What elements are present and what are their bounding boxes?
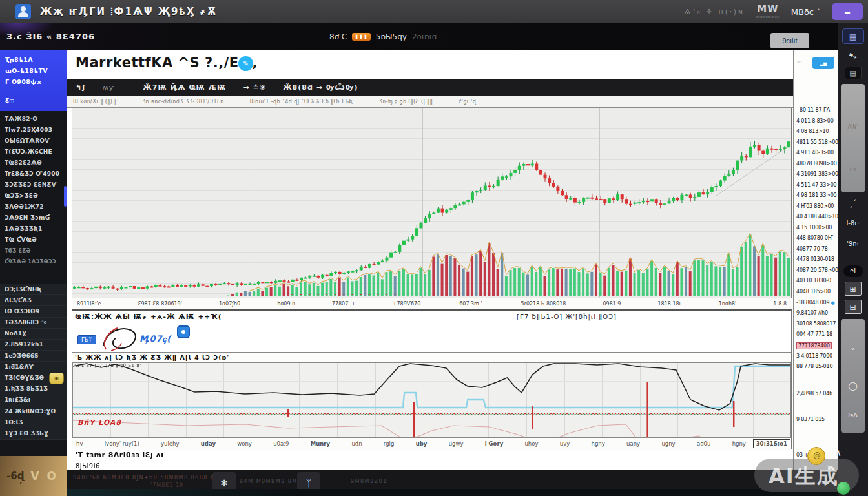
quote-list-item[interactable]: 1:ƌ1&ΛƳ (0, 362, 67, 373)
quote-item-badge: ᵔo (41, 318, 46, 329)
price-axis-label: 4 31091 383>00 (796, 171, 838, 177)
key-icon: -6ɖ̦ (6, 470, 24, 482)
quote-list-item[interactable]: TƷ(ƇƟƔ&ƷƟ◉ (0, 373, 67, 384)
layout-button[interactable]: ▤ (838, 66, 868, 79)
indicator-chip[interactable]: ΓЬ]' (78, 335, 96, 344)
toolbar-scrollbar-lower[interactable]: ˅ ◯ I϶Λ (841, 319, 865, 433)
watchlist-item[interactable]: ƷƆƸƷƐƆ ƐƐΝƸѴ (0, 180, 67, 191)
axis-settings-button[interactable]: ▂▅ (812, 57, 834, 69)
quote-list-item[interactable]: TƏƷΛ868Ɔᵔo (0, 318, 67, 329)
panel-grid-button[interactable]: ▦ (838, 28, 868, 44)
text-tool-icon[interactable]: I϶Λ (841, 412, 865, 418)
quote-list-item[interactable]: 2.85912ƙh1 (0, 340, 67, 351)
indicator-subheader: 'Ь ЖӁ ʌǀ ƖƆ ƦƷ Ӂ ƸƷ Ӂǁ ΛǀƖ 4 ƖƆ Ɔ(ɒ' (72, 352, 791, 362)
watchlist-item[interactable]: TҨ82Ɛ2ѦƟ (0, 158, 67, 169)
watchlist-item[interactable]: TrƐ8&ƷƆ Ơ'4900 (0, 169, 67, 180)
indicator-panel: ҨѬ:ӁӜ ѦӸ Ѭ҂ +ѧ-Ӂ ѦѬ ++Ҡ( [Г7 ƀǁѢ1-Ѳ] Ӂ'[… (72, 309, 792, 449)
cursor-swoosh-icon[interactable]: ➷ (836, 45, 868, 65)
scrollbar-ghost-text-1: ΛΙΝ' (841, 124, 865, 130)
indicator-axis-label: Munry (311, 440, 330, 447)
current-time-box: 30:31S:o1 (753, 439, 790, 448)
record-icon[interactable] (177, 326, 190, 338)
sidebar-nav-item[interactable]: Г O908ѱѫ (0, 76, 67, 87)
chart-panel: MarrkettfKA ^S ?.,/Es , ✎ ↰ʃʍƴ ⎯⎯Ӂ7Ѭ ҊѦ … (67, 50, 793, 470)
login-button[interactable]: 9cılıt (770, 33, 809, 48)
snowflake-tool-button[interactable]: ✻ (212, 472, 236, 493)
date-axis-label: hɑ09 ʋ (277, 301, 295, 307)
zoom-tool-icon[interactable]: '9n· (838, 240, 868, 247)
quote-list-item[interactable]: 1ƔƆ ƐƟ ƷƷЬƔ (0, 428, 67, 439)
chart-toolbar-item[interactable]: ʍƴ ⎯⎯ (103, 83, 127, 92)
sidebar-nav-item[interactable]: Ҭϻ8ѣ1Λ (0, 54, 67, 65)
indicator-axis-label: uby (416, 440, 428, 447)
quote-list-item[interactable]: 1,ƦƷƷ 8ЬƷ1Ʒ (0, 384, 67, 395)
taskbar-left[interactable]: -6ɖ̦ V O (0, 456, 67, 496)
circle-tool-icon[interactable]: ◯ (841, 381, 865, 391)
snowflake-icon: ✻ (220, 478, 228, 488)
price-axis-label: 4048 185>00 (796, 289, 831, 294)
quote-list-item[interactable]: 1eƆƷƟ66S (0, 351, 67, 362)
minus-frame-icon: ⊟ (845, 300, 862, 314)
quote-list-item[interactable]: 24 Жƙ8ΝƟƆ:ƔƟ (0, 406, 67, 417)
watchlist-item[interactable]: ƬϬƷ ƐƸƏ (0, 245, 67, 256)
watchlist-item[interactable]: 1ѦƏƷƷƷƦ1 (0, 223, 67, 234)
add-panel-button[interactable]: ⊞ (838, 282, 868, 296)
quote-list-item[interactable]: DƆ;ƖƷƇNHƦ (0, 284, 67, 295)
watchlist-item[interactable]: ҨƆƷ>ƷƐƏ (0, 191, 67, 202)
price-axis-label: 7771878400 (796, 342, 832, 349)
chevron-down-icon[interactable]: ˅ (841, 347, 865, 356)
edit-button[interactable]: ✎ (238, 56, 253, 71)
watchlist-item[interactable]: ƷΛѲƏ1Ж72 (0, 202, 67, 212)
watchlist-item[interactable]: OЫ6ΩTѦROѴ (0, 136, 67, 147)
trading-app-window: Жҗ ҥӅГИ ⦙Ф1ѦΨ Җ9ҍӼ ҂Ѫ Ѧꜛ₀ ⚘ ʜ(ꞏ)ɴ MW tsl… (0, 0, 868, 496)
price-axis-label: 4087 20 578>00 (796, 267, 838, 273)
user-icon[interactable] (16, 4, 31, 19)
primary-cta-button[interactable]: ▬ (832, 3, 863, 20)
oscillator-canvas[interactable] (72, 362, 791, 437)
scrollbar-ghost-text-2: ι ν (841, 167, 865, 172)
ruler-tool-icon[interactable]: I-8r· (838, 220, 868, 227)
chart-toolbar-item[interactable]: Ӂ7Ѭ ҊѦ ҨѬ ӔѬ (143, 83, 226, 92)
window-title: Жҗ ҥӅГИ ⦙Ф1ѦΨ Җ9ҍӼ ҂Ѫ (40, 6, 217, 17)
price-axis-label: 2,4898 57 046 (796, 391, 832, 397)
account-menu[interactable]: MBōc ˄ (791, 7, 820, 17)
date-axis-label: 0981.9 (603, 301, 621, 307)
price-axis-label: 9 8371 015 (796, 417, 825, 422)
watchlist-item[interactable]: TѦЖ82·O (0, 114, 67, 125)
quote-list-item[interactable]: NoΛ1Ɣ (0, 329, 67, 340)
grid-icon: ▦ (842, 28, 864, 44)
sidebar-nav-item[interactable]: Ƹ◫ (0, 96, 67, 106)
ohlc-readout: Ʒɒ ʀɒc-ɗƌ/ɒƌƷ ƷƷ-Ɔ81'/Ɔ1Ɛɒ (142, 99, 224, 105)
quote-list-item[interactable]: ƖƟ ƠƷƆƖƟ9 (0, 306, 67, 317)
footer-line-2: 8jЬl9I6 (76, 462, 164, 470)
indicator-axis-labels: hvlvony' ruy(1)yulehyudaywonyu0a:9Munryu… (76, 440, 746, 447)
date-axis-label: 1-8.8 (773, 301, 787, 307)
watchlist-item[interactable]: ƬҨ ƇѴҨƏ (0, 234, 67, 245)
price-axis-label: 4 98 181 33>00 (796, 192, 836, 198)
toggle-pill-button[interactable]: ᴖl (838, 264, 868, 277)
indicator-params: [Г7 ƀǁѢ1-Ѳ] Ӂ'[8ĥ|˪l ǁƟϽ] (517, 313, 617, 320)
watchlist-item[interactable]: ƆѦ9ƐΝ Ʒ϶mƓ (0, 212, 67, 223)
status-text-left: 040C%8 60M8E8 8JN+60 68M8M8 8688 8 (73, 475, 215, 480)
quote-list-item[interactable]: 1ʀ;£Ʒ&ı (0, 395, 67, 406)
sidebar-nav-item[interactable]: ɯO-ѣ18ѣTV (0, 65, 67, 76)
quote-list-item[interactable]: 1Ɵ:ƖƷ (0, 417, 67, 428)
indicator-axis-label: ugwy (449, 440, 464, 447)
titlebar: Жҗ ҥӅГИ ⦙Ф1ѦΨ Җ9ҍӼ ҂Ѫ Ѧꜛ₀ ⚘ ʜ(ꞏ)ɴ MW tsl… (0, 0, 868, 23)
chart-toolbar-item[interactable]: Ӂ8(8ƌ → ѸѼѸ) (283, 83, 358, 92)
price-axis-label: 448 80780 0Ҥ (796, 235, 833, 241)
status-text-right: 9M8M8Z01 (351, 479, 388, 484)
rune-tool-button[interactable]: ᛉ (297, 472, 320, 493)
chart-toolbar-item[interactable]: → ≐⑨ (243, 83, 267, 92)
quote-list-item[interactable]: ΛƖƷ/ƇΛƷ (0, 295, 67, 306)
watchlist-item[interactable]: Tlw7.25Ҳ4003 (0, 125, 67, 136)
draw-tool-icon[interactable]: ˏˊ (838, 199, 868, 208)
remove-panel-button[interactable]: ⊟ (838, 300, 868, 314)
indicator-axis-label: udn (351, 440, 362, 447)
toolbar-scrollbar-upper[interactable]: ΛΙΝ' ι ν (841, 84, 865, 192)
watchlist-item[interactable]: Ƈ9ƷѦƏ 1ΛϽƷƟƆƆ (0, 256, 67, 267)
watchlist-item[interactable]: T(ƐƱƆ,Ж6CHE (0, 147, 67, 158)
candlestick-chart-canvas[interactable] (72, 108, 792, 298)
chart-toolbar-item[interactable]: ↰ʃ (76, 83, 86, 92)
indicator-brand-text: Ӎ07ꞔ( (140, 334, 171, 344)
